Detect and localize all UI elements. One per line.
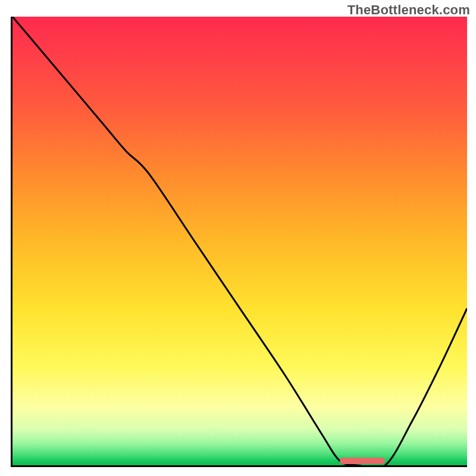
optimal-range-marker (340, 458, 385, 464)
bottleneck-curve (12, 17, 467, 465)
curve-path (12, 17, 467, 465)
plot-area (11, 17, 467, 467)
chart-container: TheBottleneck.com (0, 0, 476, 476)
watermark-text: TheBottleneck.com (347, 2, 470, 18)
